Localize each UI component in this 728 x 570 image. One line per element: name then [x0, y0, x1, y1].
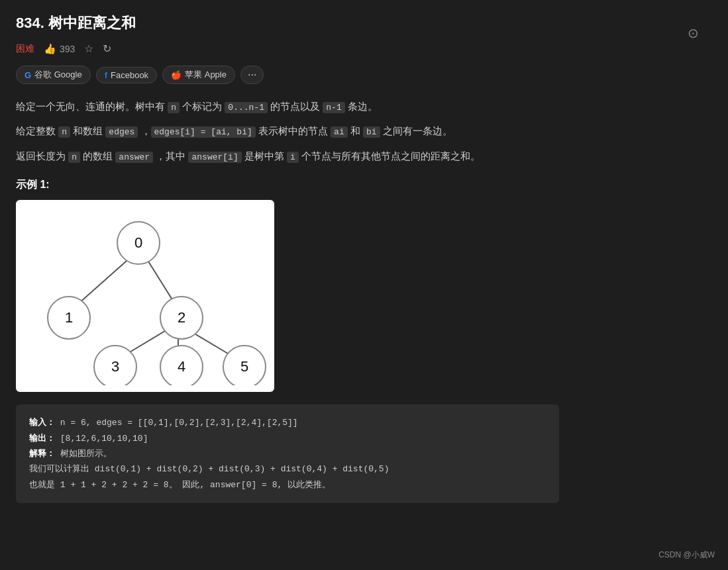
- code-block: 输入： n = 6, edges = [[0,1],[0,2],[2,3],[2…: [16, 404, 559, 503]
- example-title: 示例 1:: [16, 178, 712, 192]
- code-i: i: [287, 152, 299, 163]
- tree-diagram: 0 1 2 3 4 5: [16, 200, 274, 392]
- difficulty-badge: 困难: [16, 43, 34, 55]
- output-label: 输出：: [29, 434, 55, 444]
- code-n: n: [168, 102, 180, 113]
- code-edges: edges: [105, 126, 138, 138]
- refresh-button[interactable]: ↻: [103, 42, 111, 55]
- desc-line-1: 给定一个无向、连通的树。树中有 n 个标记为 0...n-1 的节点以及 n-1…: [16, 97, 712, 115]
- code-output-line: 输出： [8,12,6,10,10,10]: [29, 431, 546, 446]
- input-label: 输入：: [29, 418, 55, 428]
- apple-icon: 🍎: [171, 70, 182, 80]
- code-range: 0...n-1: [225, 102, 268, 113]
- code-answer-i: answer[i]: [188, 152, 241, 163]
- tree-svg: 0 1 2 3 4 5: [23, 207, 268, 385]
- tag-facebook[interactable]: f Facebook: [96, 67, 157, 83]
- desc-line-2: 给定整数 n 和数组 edges ，edges[i] = [ai, bi] 表示…: [16, 122, 712, 140]
- svg-text:1: 1: [65, 309, 73, 326]
- meta-row: 困难 👍 393 ☆ ↻: [16, 42, 712, 55]
- code-detail-line: 我们可以计算出 dist(0,1) + dist(0,2) + dist(0,3…: [29, 461, 546, 477]
- explain-value: 树如图所示。: [60, 449, 112, 459]
- code-bi: bi: [363, 126, 380, 138]
- svg-text:0: 0: [134, 234, 142, 251]
- star-button[interactable]: ☆: [84, 42, 93, 55]
- code-detail2-line: 也就是 1 + 1 + 2 + 2 + 2 = 8。 因此, answer[0]…: [29, 477, 546, 493]
- tag-apple-label: 苹果 Apple: [185, 69, 227, 81]
- code-n1: n-1: [323, 102, 344, 113]
- svg-text:3: 3: [111, 358, 119, 375]
- google-icon: G: [25, 70, 31, 80]
- tag-apple[interactable]: 🍎 苹果 Apple: [162, 66, 235, 84]
- code-n3: n: [68, 152, 80, 163]
- input-value: n = 6, edges = [[0,1],[0,2],[2,3],[2,4],…: [60, 418, 298, 428]
- thumb-up-icon: 👍: [44, 43, 56, 55]
- tag-google[interactable]: G 谷歌 Google: [16, 66, 91, 84]
- more-options-button[interactable]: ⊙: [688, 25, 699, 41]
- code-answer: answer: [115, 152, 153, 163]
- code-n2: n: [58, 126, 70, 138]
- svg-text:5: 5: [240, 358, 248, 375]
- tag-facebook-label: Facebook: [111, 70, 148, 80]
- facebook-icon: f: [105, 70, 107, 80]
- tag-google-label: 谷歌 Google: [34, 69, 82, 81]
- code-explain-line: 解释： 树如图所示。: [29, 446, 546, 461]
- code-ai: ai: [331, 126, 348, 138]
- watermark: CSDN @小威W: [658, 549, 715, 561]
- tags-more-button[interactable]: ···: [240, 66, 264, 84]
- desc-line-3: 返回长度为 n 的数组 answer ，其中 answer[i] 是树中第 i …: [16, 147, 712, 165]
- output-value: [8,12,6,10,10,10]: [60, 434, 148, 444]
- description: 给定一个无向、连通的树。树中有 n 个标记为 0...n-1 的节点以及 n-1…: [16, 97, 712, 165]
- code-input-line: 输入： n = 6, edges = [[0,1],[0,2],[2,3],[2…: [29, 415, 546, 430]
- like-count: 👍 393: [44, 43, 75, 55]
- svg-text:4: 4: [178, 358, 185, 375]
- tags-row: G 谷歌 Google f Facebook 🍎 苹果 Apple ···: [16, 66, 712, 84]
- explain-label: 解释：: [29, 449, 55, 459]
- svg-text:2: 2: [178, 309, 185, 326]
- page-title: 834. 树中距离之和: [16, 13, 712, 33]
- code-edges-i: edges[i] = [ai, bi]: [151, 126, 256, 138]
- like-number: 393: [60, 44, 75, 54]
